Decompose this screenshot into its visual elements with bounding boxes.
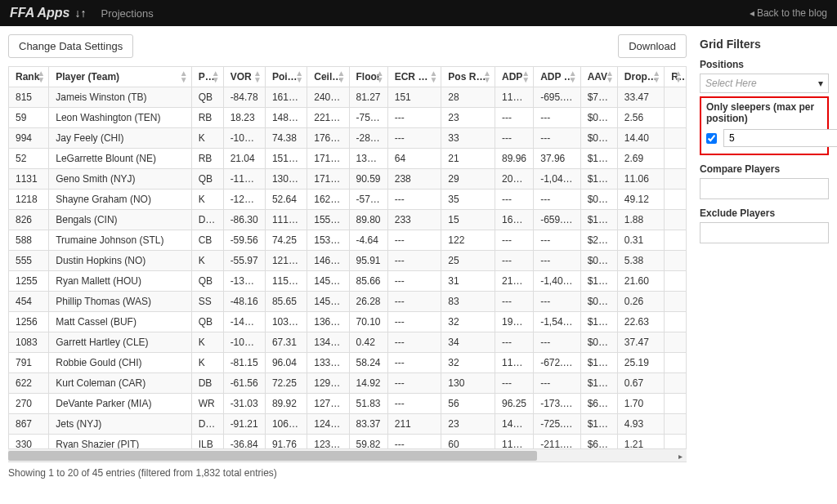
sort-icon: ▲▼ [37, 70, 45, 83]
col-header[interactable]: ADP Diff▲▼ [534, 67, 580, 87]
cell: --- [387, 394, 441, 414]
cell: Kurt Coleman (CAR) [49, 373, 191, 394]
exclude-players-label: Exclude Players [700, 207, 829, 219]
cell: -725.27 [534, 414, 580, 435]
table-row[interactable]: 1131Geno Smith (NYJ)QB-114.85130.96171.2… [9, 169, 687, 190]
cell: 21.60 [617, 271, 664, 292]
cell: 96.04 [265, 353, 307, 373]
cell: 18.23 [223, 108, 265, 128]
cell: --- [534, 128, 580, 149]
col-header[interactable]: Rank▲▼ [9, 67, 49, 87]
cell [665, 190, 687, 210]
cell: Robbie Gould (CHI) [49, 353, 191, 373]
table-row[interactable]: 1083Garrett Hartley (CLE)K-109.8867.3113… [9, 332, 687, 353]
cell: 146.54 [307, 251, 349, 271]
cell: --- [534, 230, 580, 251]
cell: 70.10 [349, 312, 387, 332]
only-sleepers-max-input[interactable] [723, 129, 837, 147]
table-row[interactable]: 59Leon Washington (TEN)RB18.23148.40221.… [9, 108, 687, 128]
cell: 826 [9, 210, 49, 230]
cell: 119.76 [495, 87, 534, 108]
cell: --- [387, 373, 441, 394]
scroll-right-icon[interactable]: ▸ [674, 449, 687, 462]
back-to-blog-link[interactable]: Back to the blog [750, 7, 827, 19]
cell: Dustin Hopkins (NO) [49, 251, 191, 271]
table-row[interactable]: 1218Shayne Graham (NO)K-124.5552.64162.4… [9, 190, 687, 210]
cell [665, 169, 687, 190]
cell: 59 [9, 108, 49, 128]
download-button[interactable]: Download [618, 34, 687, 58]
table-row[interactable]: 588Trumaine Johnson (STL)CB-59.5674.2515… [9, 230, 687, 251]
col-header[interactable]: Points▲▼ [265, 67, 307, 87]
sort-icon: ▲▼ [652, 70, 660, 83]
cell: 11.06 [617, 169, 664, 190]
cell: 95.91 [349, 251, 387, 271]
table-row[interactable]: 1256Matt Cassel (BUF)QB-142.27103.54136.… [9, 312, 687, 332]
table-row[interactable]: 330Ryan Shazier (PIT)ILB-36.8491.76123.7… [9, 435, 687, 449]
col-header[interactable]: ECR Rank▲▼ [387, 67, 441, 87]
cell: 15 [441, 210, 495, 230]
cell: $1.00 [580, 312, 617, 332]
table-row[interactable]: 994Jay Feely (CHI)K-102.8174.38176.84-28… [9, 128, 687, 149]
horizontal-scrollbar[interactable]: ◂ ▸ [8, 448, 687, 462]
table-row[interactable]: 555Dustin Hopkins (NO)K-55.97121.22146.5… [9, 251, 687, 271]
cell: --- [495, 230, 534, 251]
exclude-players-input[interactable] [700, 222, 829, 243]
cell: 4.93 [617, 414, 664, 435]
table-row[interactable]: 867Jets (NYJ)DEF-91.21106.52124.7683.372… [9, 414, 687, 435]
table-row[interactable]: 1255Ryan Mallett (HOU)QB-130.17115.64145… [9, 271, 687, 292]
positions-label: Positions [700, 59, 829, 70]
cell: Ryan Shazier (PIT) [49, 435, 191, 449]
cell: Leon Washington (TEN) [49, 108, 191, 128]
cell: -173.75 [534, 394, 580, 414]
cell: -31.03 [223, 394, 265, 414]
col-header[interactable]: Pos Rank▲▼ [441, 67, 495, 87]
sort-icon: ▲▼ [521, 70, 530, 83]
cell: --- [387, 128, 441, 149]
cell: LeGarrette Blount (NE) [49, 149, 191, 169]
col-header[interactable]: AAV▲▼ [580, 67, 617, 87]
cell: 64 [387, 149, 441, 169]
col-header[interactable]: Ri▲▼ [665, 67, 687, 87]
table-row[interactable]: 826Bengals (CIN)DEF-86.30111.43155.9089.… [9, 210, 687, 230]
cell: 35 [441, 190, 495, 210]
cell: 136.97 [307, 312, 349, 332]
cell: 23 [441, 108, 495, 128]
change-data-settings-button[interactable]: Change Data Settings [8, 34, 133, 58]
table-row[interactable]: 270DeVante Parker (MIA)WR-31.0389.92127.… [9, 394, 687, 414]
table-row[interactable]: 454Phillip Thomas (WAS)SS-48.1685.65145.… [9, 292, 687, 312]
sort-icon: ▲▼ [253, 70, 262, 83]
data-table-scroll[interactable]: Rank▲▼Player (Team)▲▼Pos▲▼VOR▲▼Points▲▼C… [8, 66, 687, 448]
only-sleepers-checkbox[interactable] [706, 133, 717, 144]
compare-players-input[interactable] [700, 178, 829, 199]
cell: 0.67 [617, 373, 664, 394]
scroll-thumb[interactable] [8, 451, 537, 461]
brand[interactable]: FFA Apps [10, 6, 69, 20]
positions-select[interactable]: Select Here [700, 74, 829, 93]
col-header[interactable]: Dropoff▲▼ [617, 67, 664, 87]
cell: 26.28 [349, 292, 387, 312]
cell: 91.76 [265, 435, 307, 449]
cell: QB [191, 271, 223, 292]
only-sleepers-box: Only sleepers (max per position) [700, 96, 829, 155]
cell: 1.70 [617, 394, 664, 414]
cell: 60 [441, 435, 495, 449]
cell: 37.47 [617, 332, 664, 353]
cell: --- [387, 190, 441, 210]
col-header[interactable]: Floor▲▼ [349, 67, 387, 87]
col-header[interactable]: VOR▲▼ [223, 67, 265, 87]
table-row[interactable]: 815Jameis Winston (TB)QB-84.78161.03240.… [9, 87, 687, 108]
col-header[interactable]: Pos▲▼ [191, 67, 223, 87]
cell: 171.42 [307, 149, 349, 169]
col-header[interactable]: Ceiling▲▼ [307, 67, 349, 87]
table-row[interactable]: 622Kurt Coleman (CAR)DB-61.5672.25129.58… [9, 373, 687, 394]
cell: -75.57 [349, 108, 387, 128]
table-row[interactable]: 52LeGarrette Blount (NE)RB21.04151.21171… [9, 149, 687, 169]
cell: -91.21 [223, 414, 265, 435]
cell [665, 292, 687, 312]
sort-icon: ▲▼ [606, 70, 614, 83]
nav-projections[interactable]: Projections [101, 7, 153, 20]
col-header[interactable]: Player (Team)▲▼ [49, 67, 191, 87]
col-header[interactable]: ADP▲▼ [495, 67, 534, 87]
table-row[interactable]: 791Robbie Gould (CHI)K-81.1596.04133.835… [9, 353, 687, 373]
